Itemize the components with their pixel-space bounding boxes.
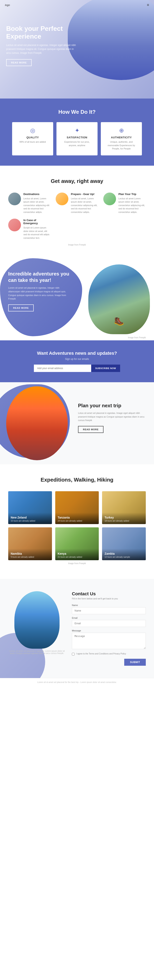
contact-form-subtitle: Fill in the form below and we'll get bac… [72, 597, 146, 600]
hero-read-more-button[interactable]: READ MORE [6, 59, 32, 66]
expedition-kenya-overlay: Kenya 21 tours are already added [55, 549, 99, 560]
emergency-title: In Case of Emergency [24, 219, 51, 225]
name-input[interactable] [72, 607, 146, 614]
getaway-section: Get away, right away Destinations Lectus… [0, 165, 154, 258]
hero-blob [68, 0, 154, 80]
expedition-tanzania[interactable]: Tanzania 24 tours are already added [55, 491, 99, 524]
submit-button[interactable]: SUBMIT [124, 659, 146, 666]
expedition-new-zealand-desc: 15 tours are already added [11, 520, 49, 522]
satisfaction-icon: ✦ [60, 127, 94, 134]
emergency-text: In Case of Emergency Scripit sit Lorem i… [24, 219, 51, 240]
hero-mountain-image [68, 0, 154, 80]
footer: Lorem sit ot amet vel placerat for the b… [0, 678, 154, 686]
terms-checkbox[interactable] [72, 653, 75, 655]
hero-description: Lectus sit amet est placerat in egestas.… [6, 43, 76, 55]
expeditions-image-credit: Image from Freepik [8, 562, 146, 565]
newsletter-title: Want Adventures news and updates? [8, 351, 146, 356]
plan-desc: Lectus sit amet Lorem ipsum dolor sit am… [119, 197, 146, 214]
newsletter-subtitle: Sign up for our emails [8, 358, 146, 361]
expedition-namibia[interactable]: Namibia 9 tours are already added [8, 527, 52, 560]
email-field-row: Email [72, 617, 146, 627]
expedition-zambia-overlay: Zambia 12 tours are already sample [102, 549, 146, 560]
destinations-title: Destinations [24, 192, 51, 196]
expedition-tanzania-title: Tanzania [58, 516, 97, 519]
expedition-zambia[interactable]: Zambia 12 tours are already sample [102, 527, 146, 560]
expedition-zambia-title: Zambia [105, 552, 143, 555]
newsletter-section: Want Adventures news and updates? Sign u… [0, 340, 154, 382]
plan-image-inner [6, 387, 68, 460]
expedition-turkey-desc: 18 tours are already added [105, 520, 143, 522]
how-card-quality: ◎ QUALITY 99% of all tours are added [12, 122, 53, 155]
expedition-kenya[interactable]: Kenya 21 tours are already added [55, 527, 99, 560]
gear-title: Prepare - Gear Up! [71, 192, 98, 196]
gear-text: Prepare - Gear Up! Lectus sit amet, Lore… [71, 192, 98, 214]
expeditions-title: Expeditions, Walking, Hiking [8, 477, 146, 483]
plan-image [6, 387, 68, 460]
menu-icon[interactable]: ≡ [147, 3, 149, 7]
terms-label: I agree to the Terms and Conditions and … [76, 652, 126, 655]
gear-image [56, 192, 68, 205]
adventure-content: Incredible adventures you can take this … [8, 270, 70, 312]
destinations-desc: Lectus sit amet, Lorem ipsum dolor sit a… [24, 197, 51, 214]
hero-content: Book your Perfect Experience Lectus sit … [6, 25, 76, 66]
authenticity-desc: Unique, authentic, and memorable Experie… [105, 140, 138, 151]
expedition-zambia-desc: 12 tours are already sample [105, 556, 143, 558]
expedition-namibia-desc: 9 tours are already added [11, 556, 49, 558]
adventure-image-inner [88, 264, 150, 334]
expedition-kenya-desc: 21 tours are already added [58, 556, 97, 558]
destinations-image [8, 192, 21, 205]
logo: logo [5, 3, 10, 6]
contact-image-wrap: Lectus sit amet vel placerat in egestas.… [8, 591, 66, 666]
email-input[interactable] [72, 620, 146, 627]
getaway-image-credit: Image from Freepik [8, 243, 146, 246]
getaway-plan: Plan Your Trip Lectus sit amet Lorem ips… [103, 192, 146, 214]
quality-title: QUALITY [16, 136, 49, 139]
how-title: How We Do It? [8, 109, 146, 115]
contact-form: Contact Us Fill in the form below and we… [72, 591, 146, 666]
expedition-new-zealand-overlay: New Zeland 15 tours are already added [8, 512, 52, 524]
message-textarea[interactable] [72, 633, 146, 649]
plan-title: Plan Your Trip [119, 192, 146, 196]
name-field-row: Name [72, 604, 146, 614]
expedition-turkey-title: Turkey [105, 516, 143, 519]
getaway-title: Get away, right away [8, 178, 146, 185]
expedition-kenya-title: Kenya [58, 552, 97, 555]
adventure-image [88, 264, 150, 334]
how-cards: ◎ QUALITY 99% of all tours are added ✦ S… [8, 122, 146, 155]
getaway-emergency: In Case of Emergency Scripit sit Lorem i… [8, 219, 51, 240]
expedition-new-zealand-title: New Zeland [11, 516, 49, 519]
checkbox-row: I agree to the Terms and Conditions and … [72, 652, 146, 655]
expeditions-grid: New Zeland 15 tours are already added Ta… [8, 491, 146, 560]
emergency-image [8, 219, 21, 231]
newsletter-subscribe-button[interactable]: SUBSCRIBE NOW [91, 364, 120, 372]
expedition-turkey[interactable]: Turkey 18 tours are already added [102, 491, 146, 524]
plan-description: Lotus sit amet vel placerat in egestas. … [78, 411, 146, 422]
plan-text: Plan Your Trip Lectus sit amet Lorem ips… [119, 192, 146, 214]
plan-section: Plan your next trip Lotus sit amet vel p… [0, 382, 154, 465]
footer-text: Lorem sit ot amet vel placerat for the b… [37, 681, 117, 683]
adventure-read-more-button[interactable]: READ MORE [8, 304, 34, 312]
plan-image [103, 192, 116, 205]
emergency-desc: Scripit sit Lorem ipsum dolor dolce sit … [24, 226, 51, 240]
getaway-destinations: Destinations Lectus sit amet, Lorem ipsu… [8, 192, 51, 214]
adventure-section: Incredible adventures you can take this … [0, 258, 154, 340]
quality-icon: ◎ [16, 127, 49, 134]
adventure-image-credit: Image from Freepik [124, 336, 150, 339]
expedition-namibia-title: Namibia [11, 552, 49, 555]
getaway-grid: Destinations Lectus sit amet, Lorem ipsu… [8, 192, 146, 240]
message-field-row: Message [72, 629, 146, 650]
header: logo ≡ [0, 0, 154, 10]
plan-title: Plan your next trip [78, 403, 146, 409]
expedition-turkey-overlay: Turkey 18 tours are already added [102, 512, 146, 524]
expeditions-section: Expeditions, Walking, Hiking New Zeland … [0, 465, 154, 579]
getaway-gear: Prepare - Gear Up! Lectus sit amet, Lore… [56, 192, 98, 214]
newsletter-form: SUBSCRIBE NOW [34, 364, 120, 372]
email-label: Email [72, 617, 146, 619]
expedition-tanzania-overlay: Tanzania 24 tours are already added [55, 512, 99, 524]
newsletter-email-input[interactable] [34, 364, 91, 372]
hero-title: Book your Perfect Experience [6, 25, 76, 40]
authenticity-title: AUTHENTICITY [105, 136, 138, 139]
plan-read-more-button[interactable]: READ MORE [78, 426, 103, 433]
destinations-text: Destinations Lectus sit amet, Lorem ipsu… [24, 192, 51, 214]
expedition-new-zealand[interactable]: New Zeland 15 tours are already added [8, 491, 52, 524]
